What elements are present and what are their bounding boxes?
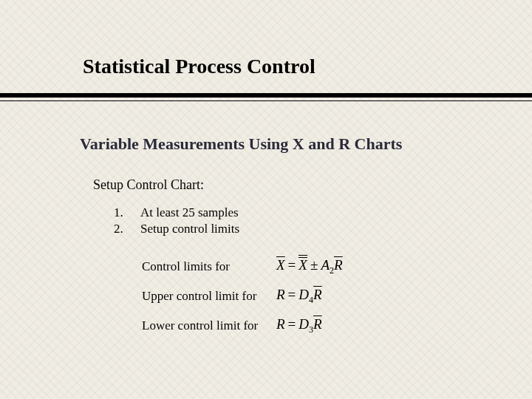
title-rule-thin — [0, 100, 532, 101]
coef-d: D — [299, 287, 309, 302]
section-label: Setup Control Chart: — [93, 177, 204, 193]
subtitle: Variable Measurements Using X and R Char… — [80, 134, 402, 154]
title-rule-thick — [0, 93, 532, 98]
formula-r-upper: R=D4R — [276, 287, 322, 306]
list-item: 2. Setup control limits — [114, 222, 239, 236]
coef-d: D — [299, 316, 309, 332]
var-xbar: X — [276, 258, 285, 272]
var-rbar: R — [313, 317, 322, 331]
page-title: Statistical Process Control — [83, 55, 316, 78]
limits-label: Upper control limit for — [142, 289, 276, 304]
limits-label: Lower control limit for — [142, 318, 276, 333]
coef-a: A — [321, 257, 330, 273]
control-limits-row: Control limits for X=X±A2R — [142, 254, 343, 279]
list-text: At least 25 samples — [140, 205, 239, 220]
var-rbar: R — [334, 258, 343, 272]
list-number: 1. — [114, 205, 140, 220]
upper-limit-row: Upper control limit for R=D4R — [142, 284, 322, 309]
setup-list: 1. At least 25 samples 2. Setup control … — [114, 205, 239, 238]
formula-xbar: X=X±A2R — [276, 257, 343, 276]
var-r: R — [276, 287, 285, 302]
var-rbar: R — [313, 287, 322, 301]
lower-limit-row: Lower control limit for R=D3R — [142, 313, 322, 338]
list-number: 2. — [114, 222, 140, 236]
var-xdoublebar: X — [299, 258, 307, 272]
limits-label: Control limits for — [142, 259, 276, 274]
list-text: Setup control limits — [140, 222, 239, 236]
list-item: 1. At least 25 samples — [114, 205, 239, 220]
formula-r-lower: R=D3R — [276, 316, 322, 335]
var-r: R — [276, 316, 285, 332]
